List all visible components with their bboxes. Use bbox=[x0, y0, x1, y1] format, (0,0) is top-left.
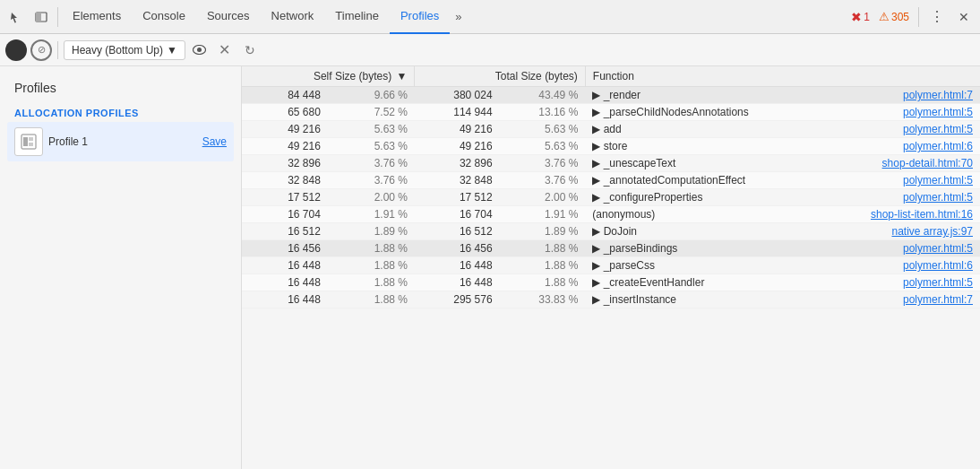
self-pct-cell: 5.63 % bbox=[328, 121, 415, 138]
tab-console[interactable]: Console bbox=[132, 0, 196, 34]
function-name: ▶ _parseBindings bbox=[592, 242, 677, 255]
self-size-cell: 84 448 bbox=[242, 87, 328, 104]
warn-badge[interactable]: ⚠ 305 bbox=[875, 8, 913, 25]
self-size-cell: 16 704 bbox=[242, 206, 328, 223]
self-pct-cell: 1.88 % bbox=[328, 291, 415, 308]
self-pct-cell: 1.91 % bbox=[328, 206, 415, 223]
function-link[interactable]: native array.js:97 bbox=[892, 225, 974, 238]
self-size-cell: 17 512 bbox=[242, 189, 328, 206]
table-row[interactable]: 16 704 1.91 % 16 704 1.91 % (anonymous) … bbox=[242, 206, 980, 223]
function-name: ▶ _createEventHandler bbox=[592, 276, 704, 289]
function-cell: ▶ _parseCss polymer.html:6 bbox=[585, 257, 980, 274]
self-size-cell: 32 848 bbox=[242, 172, 328, 189]
table-row[interactable]: 16 448 1.88 % 16 448 1.88 % ▶ _parseCss … bbox=[242, 257, 980, 274]
sidebar: Profiles ALLOCATION PROFILES Profile 1 S… bbox=[0, 66, 242, 469]
table-body: 84 448 9.66 % 380 024 43.49 % ▶ _render … bbox=[242, 87, 980, 308]
svg-rect-7 bbox=[29, 143, 33, 146]
total-size-cell: 16 456 bbox=[415, 240, 500, 257]
profile-item[interactable]: Profile 1 Save bbox=[7, 122, 234, 161]
function-header[interactable]: Function bbox=[585, 66, 980, 87]
self-pct-cell: 3.76 % bbox=[328, 172, 415, 189]
self-pct-cell: 9.66 % bbox=[328, 87, 415, 104]
self-size-cell: 49 216 bbox=[242, 138, 328, 155]
table-row[interactable]: 84 448 9.66 % 380 024 43.49 % ▶ _render … bbox=[242, 87, 980, 104]
function-name: (anonymous) bbox=[592, 208, 655, 221]
tab-timeline[interactable]: Timeline bbox=[324, 0, 390, 34]
record-button[interactable] bbox=[5, 39, 27, 61]
self-size-cell: 49 216 bbox=[242, 121, 328, 138]
table-row[interactable]: 16 448 1.88 % 295 576 33.83 % ▶ _insertI… bbox=[242, 291, 980, 308]
total-size-cell: 49 216 bbox=[415, 138, 500, 155]
total-size-header[interactable]: Total Size (bytes) bbox=[415, 66, 585, 87]
function-link[interactable]: polymer.html:5 bbox=[903, 174, 973, 187]
total-size-cell: 114 944 bbox=[415, 104, 500, 121]
tab-network[interactable]: Network bbox=[261, 0, 325, 34]
function-link[interactable]: polymer.html:7 bbox=[903, 89, 973, 101]
table-row[interactable]: 32 896 3.76 % 32 896 3.76 % ▶ _unescapeT… bbox=[242, 155, 980, 172]
function-link[interactable]: polymer.html:7 bbox=[903, 293, 973, 306]
top-toolbar: Elements Console Sources Network Timelin… bbox=[0, 0, 980, 34]
table-scroll[interactable]: Self Size (bytes) ▼ Total Size (bytes) F… bbox=[242, 66, 980, 469]
error-badge[interactable]: ✖ 1 bbox=[847, 8, 873, 26]
table-row[interactable]: 32 848 3.76 % 32 848 3.76 % ▶ _annotated… bbox=[242, 172, 980, 189]
function-link[interactable]: shop-detail.html:70 bbox=[882, 157, 973, 169]
self-size-header[interactable]: Self Size (bytes) ▼ bbox=[242, 66, 415, 87]
total-pct-cell: 3.76 % bbox=[500, 155, 586, 172]
refresh-button[interactable]: ↻ bbox=[239, 39, 261, 61]
tab-profiles[interactable]: Profiles bbox=[390, 0, 450, 34]
cursor-icon[interactable] bbox=[4, 4, 29, 30]
tab-elements[interactable]: Elements bbox=[62, 0, 132, 34]
self-pct-cell: 5.63 % bbox=[328, 138, 415, 155]
function-link[interactable]: shop-list-item.html:16 bbox=[871, 208, 973, 221]
profile-name: Profile 1 bbox=[48, 135, 197, 148]
dropdown-arrow: ▼ bbox=[167, 44, 177, 56]
self-size-cell: 16 448 bbox=[242, 274, 328, 291]
view-dropdown[interactable]: Heavy (Bottom Up) ▼ bbox=[64, 40, 185, 60]
function-cell: ▶ _annotatedComputationEffect polymer.ht… bbox=[585, 172, 980, 189]
close-button[interactable]: ✕ bbox=[951, 4, 976, 30]
table-row[interactable]: 16 512 1.89 % 16 512 1.89 % ▶ DoJoin nat… bbox=[242, 223, 980, 240]
function-cell: ▶ _createEventHandler polymer.html:5 bbox=[585, 274, 980, 291]
total-size-cell: 32 848 bbox=[415, 172, 500, 189]
profile-save-link[interactable]: Save bbox=[202, 135, 227, 148]
function-link[interactable]: polymer.html:5 bbox=[903, 276, 973, 289]
table-row[interactable]: 16 456 1.88 % 16 456 1.88 % ▶ _parseBind… bbox=[242, 240, 980, 257]
total-size-cell: 295 576 bbox=[415, 291, 500, 308]
table-row[interactable]: 49 216 5.63 % 49 216 5.63 % ▶ add polyme… bbox=[242, 121, 980, 138]
function-link[interactable]: polymer.html:6 bbox=[903, 140, 973, 152]
function-name: ▶ _render bbox=[592, 89, 640, 101]
table-row[interactable]: 17 512 2.00 % 17 512 2.00 % ▶ _configure… bbox=[242, 189, 980, 206]
svg-rect-1 bbox=[36, 13, 41, 22]
function-link[interactable]: polymer.html:6 bbox=[903, 259, 973, 272]
tab-sources[interactable]: Sources bbox=[196, 0, 261, 34]
table-row[interactable]: 49 216 5.63 % 49 216 5.63 % ▶ store poly… bbox=[242, 138, 980, 155]
function-cell: ▶ _unescapeText shop-detail.html:70 bbox=[585, 155, 980, 172]
function-cell: ▶ _render polymer.html:7 bbox=[585, 87, 980, 104]
function-cell: ▶ _parseChildNodesAnnotations polymer.ht… bbox=[585, 104, 980, 121]
function-name: ▶ store bbox=[592, 140, 627, 152]
dropdown-label: Heavy (Bottom Up) bbox=[72, 44, 163, 56]
total-size-cell: 16 448 bbox=[415, 257, 500, 274]
sidebar-title: Profiles bbox=[7, 77, 234, 102]
self-pct-cell: 1.88 % bbox=[328, 274, 415, 291]
function-link[interactable]: polymer.html:5 bbox=[903, 191, 973, 204]
function-link[interactable]: polymer.html:5 bbox=[903, 106, 973, 118]
more-menu-button[interactable]: ⋮ bbox=[924, 4, 950, 30]
function-link[interactable]: polymer.html:5 bbox=[903, 123, 973, 135]
svg-point-3 bbox=[197, 48, 202, 52]
function-link[interactable]: polymer.html:5 bbox=[903, 242, 973, 255]
more-tabs-button[interactable]: » bbox=[450, 10, 467, 23]
stop-button[interactable]: ⊘ bbox=[30, 39, 52, 61]
eye-icon[interactable] bbox=[189, 39, 211, 61]
clear-button[interactable]: ✕ bbox=[214, 39, 236, 61]
self-size-cell: 16 512 bbox=[242, 223, 328, 240]
dock-icon[interactable] bbox=[29, 4, 54, 30]
table-row[interactable]: 65 680 7.52 % 114 944 13.16 % ▶ _parseCh… bbox=[242, 104, 980, 121]
function-name: ▶ _configureProperties bbox=[592, 191, 702, 204]
profile-icon bbox=[14, 127, 43, 156]
toolbar-right: ✖ 1 ⚠ 305 ⋮ ✕ bbox=[847, 4, 976, 30]
table-row[interactable]: 16 448 1.88 % 16 448 1.88 % ▶ _createEve… bbox=[242, 274, 980, 291]
total-pct-cell: 1.89 % bbox=[500, 223, 586, 240]
self-size-cell: 16 456 bbox=[242, 240, 328, 257]
self-pct-cell: 7.52 % bbox=[328, 104, 415, 121]
